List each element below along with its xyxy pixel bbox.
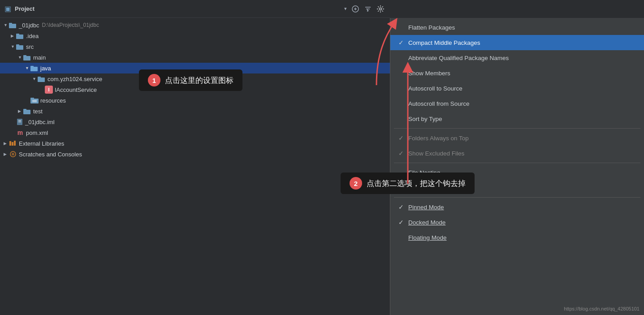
expand-arrow-main[interactable]: ▼ [18, 55, 23, 60]
tree-item-test[interactable]: ▶ test [0, 106, 390, 117]
bubble-number-2: 2 [350, 177, 362, 190]
svg-rect-21 [30, 98, 34, 99]
expand-arrow-service[interactable]: ▼ [32, 77, 38, 81]
menu-item-floating-mode[interactable]: Floating Mode [390, 230, 644, 245]
bubble-text-1: 点击这里的设置图标 [165, 75, 233, 86]
bubble-text-2: 点击第二选项，把这个钩去掉 [367, 178, 466, 189]
project-tree: ▼ _01jdbc D:\IdeaProjects\_01jdbc ▶ .ide… [0, 18, 390, 315]
menu-item-show-members[interactable]: Show Members [390, 65, 644, 81]
tree-item-main[interactable]: ▼ main [0, 52, 390, 63]
svg-rect-15 [23, 55, 26, 57]
menu-check-pinned-mode: ✓ [398, 203, 405, 211]
svg-rect-17 [30, 66, 34, 68]
menu-item-compact[interactable]: ✓ Compact Middle Packages [390, 35, 644, 50]
expand-arrow-idea[interactable]: ▶ [11, 34, 16, 38]
svg-rect-31 [14, 141, 16, 146]
menu-check-show-excluded: ✓ [398, 150, 405, 157]
folder-icon-root [9, 22, 17, 28]
menu-divider-1 [394, 128, 640, 129]
context-menu: Flatten Packages ✓ Compact Middle Packag… [390, 18, 644, 315]
project-panel: ▣ Project ▾ [0, 0, 390, 315]
tree-path-root: D:\IdeaProjects\_01jdbc [42, 22, 99, 28]
tree-item-iml[interactable]: _01jdbc.iml [0, 117, 390, 127]
menu-item-flatten[interactable]: Flatten Packages [390, 20, 644, 35]
tree-label-test: test [33, 108, 43, 115]
tree-item-ext-libs[interactable]: ▶ External Libraries [0, 138, 390, 149]
tree-label-main: main [33, 54, 46, 61]
svg-rect-13 [16, 44, 19, 46]
expand-arrow-src[interactable]: ▼ [11, 44, 16, 49]
expand-arrow-test[interactable]: ▶ [18, 109, 23, 113]
folder-icon-idea [16, 33, 24, 39]
menu-label-folders-top: Folders Always on Top [408, 135, 637, 142]
gear-button[interactable] [376, 4, 385, 14]
menu-label-compact: Compact Middle Packages [408, 39, 637, 46]
tree-label-idea: .idea [26, 33, 39, 39]
tree-label-service: com.yzh1024.service [48, 76, 102, 82]
menu-item-folders-top[interactable]: ✓ Folders Always on Top [390, 130, 644, 146]
tree-item-resources[interactable]: resources [0, 95, 390, 106]
tree-item-src[interactable]: ▼ src [0, 41, 390, 52]
menu-item-docked-mode[interactable]: ✓ Docked Mode [390, 215, 644, 230]
folder-icon-resources [30, 97, 39, 104]
svg-point-33 [12, 153, 14, 155]
annotation-bubble-2: 2 点击第二选项，把这个钩去掉 [341, 173, 475, 194]
svg-point-7 [380, 8, 382, 10]
ext-libs-icon [9, 140, 17, 147]
tree-label-scratches: Scratches and Consoles [19, 151, 82, 158]
panel-dropdown[interactable]: ▾ [344, 6, 347, 12]
expand-arrow-root[interactable]: ▼ [4, 23, 9, 27]
menu-label-floating-mode: Floating Mode [408, 234, 637, 241]
maven-icon: m [16, 129, 24, 136]
annotation-bubble-1: 1 点击这里的设置图标 [139, 69, 242, 91]
menu-label-show-members: Show Members [408, 70, 637, 77]
folder-icon-java [30, 65, 39, 71]
menu-item-pinned-mode[interactable]: ✓ Pinned Mode [390, 199, 644, 215]
interface-icon: I [45, 86, 53, 94]
url-credit: https://blog.csdn.net/qq_42805101 [564, 306, 640, 311]
tree-label-resources: resources [40, 97, 66, 104]
menu-label-docked-mode: Docked Mode [408, 219, 637, 226]
tree-label-pom: pom.xml [26, 129, 48, 136]
tree-item-scratches[interactable]: ▶ Scratches and Consoles [0, 149, 390, 160]
folder-icon-test [23, 108, 31, 114]
scratches-icon [9, 151, 17, 157]
bubble-number-1: 1 [148, 74, 160, 86]
menu-item-show-excluded[interactable]: ✓ Show Excluded Files [390, 146, 644, 161]
svg-rect-9 [9, 23, 12, 25]
svg-rect-25 [23, 109, 26, 111]
menu-label-show-excluded: Show Excluded Files [408, 150, 637, 157]
tree-label-ext-libs: External Libraries [19, 140, 64, 147]
svg-rect-29 [9, 141, 11, 146]
svg-rect-30 [12, 142, 13, 146]
svg-rect-19 [38, 77, 41, 78]
svg-rect-11 [16, 34, 19, 35]
menu-item-sort-by-type[interactable]: Sort by Type [390, 111, 644, 126]
menu-label-autoscroll-to: Autoscroll to Source [408, 85, 637, 92]
tree-item-pom[interactable]: m pom.xml [0, 127, 390, 138]
menu-check-compact: ✓ [398, 39, 405, 46]
menu-check-folders-top: ✓ [398, 134, 405, 142]
context-menu-area: m 01jdbc IAccountService.i... Flatten Pa… [390, 0, 644, 315]
header-icons [350, 4, 385, 14]
folder-icon-src [16, 43, 24, 50]
iml-icon [16, 118, 23, 125]
menu-label-flatten: Flatten Packages [408, 24, 637, 31]
expand-arrow-ext-libs[interactable]: ▶ [4, 141, 9, 146]
tree-item-root[interactable]: ▼ _01jdbc D:\IdeaProjects\_01jdbc [0, 20, 390, 30]
tree-label-java: java [40, 65, 51, 72]
menu-check-docked-mode: ✓ [398, 219, 405, 226]
menu-item-autoscroll-from[interactable]: Autoscroll from Source [390, 96, 644, 111]
tree-item-idea[interactable]: ▶ .idea [0, 30, 390, 41]
menu-divider-3 [394, 197, 640, 198]
tree-label-src: src [26, 43, 34, 50]
expand-arrow-java[interactable]: ▼ [25, 66, 30, 70]
panel-title: Project [15, 5, 341, 12]
filter-button[interactable] [363, 4, 373, 14]
menu-label-abbreviate: Abbreviate Qualified Package Names [408, 55, 637, 61]
menu-item-abbreviate[interactable]: Abbreviate Qualified Package Names [390, 50, 644, 65]
folder-icon-service [38, 76, 46, 82]
expand-arrow-scratches[interactable]: ▶ [4, 152, 9, 156]
add-button[interactable] [350, 4, 360, 14]
menu-item-autoscroll-to[interactable]: Autoscroll to Source [390, 81, 644, 96]
